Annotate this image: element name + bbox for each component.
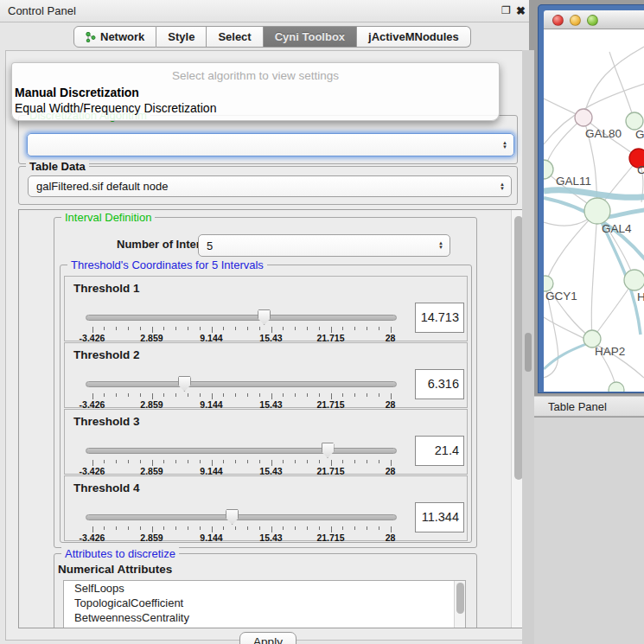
slider-scale-label: 15.43 [259,532,282,543]
tab-select[interactable]: Select [207,26,263,48]
slider-tick [319,327,320,330]
threshold-slider[interactable]: -3.4262.8599.14415.4321.71528 [86,374,397,409]
slider-tick [379,327,379,330]
tab-cyni-toolbox[interactable]: Cyni Toolbox [264,26,357,48]
intervals-value: 5 [207,239,213,252]
slider-tick [307,526,308,530]
slider-thumb[interactable] [178,376,191,392]
tab-network[interactable]: Network [73,26,156,48]
slider-track[interactable] [86,514,397,520]
list-scrollbar-thumb[interactable] [456,583,464,614]
tab-jactivemnodules[interactable]: jActiveMNodules [357,26,471,48]
slider-tick [188,393,188,397]
slider-tick [379,460,379,463]
threshold-value-field[interactable]: 21.4 [415,436,464,466]
network-node[interactable] [584,198,610,224]
network-node[interactable] [609,382,624,392]
stepper-arrows-icon: ▲▼ [500,182,505,191]
network-view-window: GAL80GACGAL11GAL4GCY1HHAP2 [538,4,644,393]
close-panel-icon[interactable]: ✖ [516,4,526,17]
minimize-traffic-light[interactable] [570,15,581,26]
slider-track[interactable] [86,381,397,387]
slider-tick [163,526,164,530]
slider-tick [175,327,176,330]
slider-thumb[interactable] [226,509,239,525]
threshold-slider[interactable]: -3.4262.8599.14415.4321.71528 [86,507,397,542]
list-scrollbar[interactable] [454,581,465,628]
close-traffic-light[interactable] [552,15,564,26]
dropdown-option-manual-discretization[interactable]: Manual Discretization [15,86,139,99]
slider-tick [223,460,224,463]
table-panel-title: Table Panel [548,400,607,413]
threshold-label: Threshold 4 [73,481,140,494]
stepper-arrows-icon: ▲▼ [438,241,443,250]
algorithm-combobox[interactable]: ▲▼ [27,133,514,156]
slider-tick [128,526,129,530]
slider-thumb[interactable] [322,443,335,458]
threshold-panel: Threshold 1 -3.4262.8599.14415.4321.7152… [64,276,468,341]
node-label: HAP2 [595,345,625,358]
node-label: H [637,290,644,303]
slider-tick [175,460,176,463]
table-panel-body: ⚙ ☑ ☑ shared... n... YDL19...YDL1...YDR2… [534,418,644,644]
slider-tick [354,526,355,530]
slider-tick [367,327,367,330]
slider-tick [354,393,355,397]
network-node[interactable] [624,270,644,290]
slider-tick [295,393,296,397]
tab-label: Network [100,30,144,43]
network-node[interactable] [544,160,553,179]
table-data-combobox[interactable]: galFiltered.sif default node ▲▼ [28,175,512,197]
slider-tick [116,327,117,330]
slider-tick [331,393,332,399]
slider-scale-label: 9.144 [200,532,222,543]
node-label: GCY1 [545,290,577,303]
threshold-slider[interactable]: -3.4262.8599.14415.4321.71528 [86,308,397,342]
network-node[interactable] [575,109,592,126]
slider-tick [188,460,188,463]
slider-tick [200,460,201,463]
threshold-label: Threshold 2 [73,348,140,361]
attribute-list-item[interactable]: SelfLoops [64,581,465,596]
tab-style[interactable]: Style [156,26,207,48]
slider-tick [163,393,164,397]
float-window-icon[interactable]: ❐ [501,4,511,16]
slider-tick [104,393,105,397]
slider-tick [223,393,224,397]
attribute-list-item[interactable]: TopologicalCoefficient [64,596,465,610]
group-title: Threshold's Coordinates for 5 Intervals [67,258,267,271]
dropdown-option-equal-width-frequency[interactable]: Equal Width/Frequency Discretization [15,101,216,115]
cyni-toolbox-panel: Discretization Algorithm ▲▼ Table Data g… [5,50,524,641]
attribute-list-item[interactable]: BetweennessCentrality [64,610,465,625]
slider-track[interactable] [86,315,397,321]
slider-tick [259,327,260,330]
slider-tick [212,460,213,466]
network-node[interactable] [626,112,643,130]
slider-tick [259,526,260,530]
zoom-traffic-light[interactable] [587,15,598,26]
network-canvas[interactable]: GAL80GACGAL11GAL4GCY1HHAP2 [544,29,644,392]
threshold-value-field[interactable]: 14.713 [415,303,464,333]
threshold-value-field[interactable]: 6.316 [415,369,464,399]
group-title: Attributes to discretize [61,547,179,560]
apply-button[interactable]: Apply [239,632,296,644]
outer-scrollbar-thumb[interactable] [525,333,532,372]
slider-tick [379,393,379,397]
threshold-slider[interactable]: -3.4262.8599.14415.4321.71528 [86,441,397,475]
slider-tick [116,393,117,397]
slider-track[interactable] [86,448,397,454]
slider-tick [152,327,153,333]
number-of-intervals-combobox[interactable]: 5 ▲▼ [198,234,450,257]
slider-tick [235,526,236,530]
table-data-label: Table Data [26,160,89,173]
slider-tick [92,460,93,466]
slider-tick [235,327,236,330]
slider-tick [391,327,392,333]
attribute-list[interactable]: SelfLoopsTopologicalCoefficientBetweenne… [63,580,466,628]
threshold-coordinates-group: Threshold's Coordinates for 5 Intervals … [60,265,472,543]
threshold-value-field[interactable]: 11.344 [415,502,464,532]
slider-scale-label: 21.715 [316,532,344,543]
slider-tick [342,393,343,397]
slider-thumb[interactable] [258,309,271,325]
slider-tick [163,327,164,330]
